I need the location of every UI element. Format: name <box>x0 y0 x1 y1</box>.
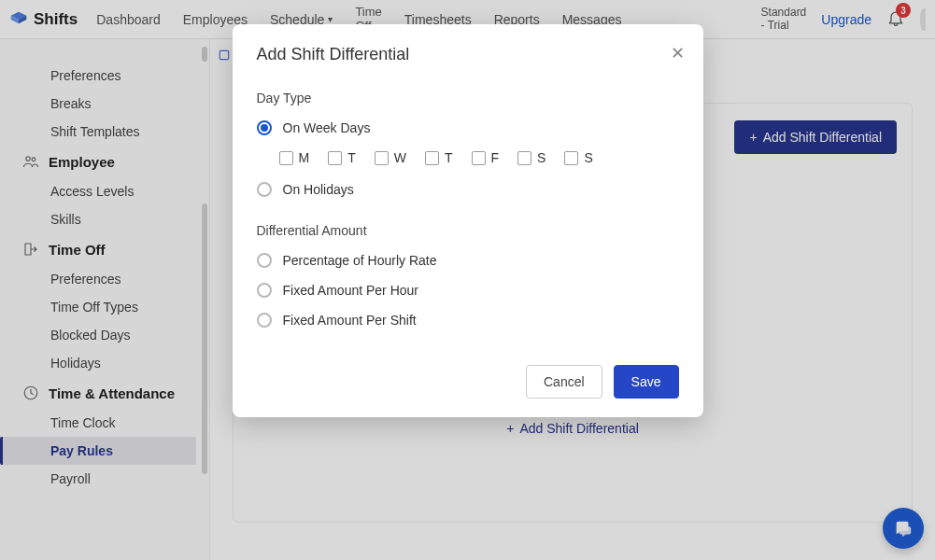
radio-icon <box>257 313 272 328</box>
day-check-fri[interactable]: F <box>472 150 500 165</box>
radio-weekdays[interactable]: On Week Days <box>257 120 679 135</box>
add-shift-differential-modal: Add Shift Differential ✕ Day Type On Wee… <box>233 24 703 417</box>
save-button[interactable]: Save <box>614 365 679 399</box>
radio-icon <box>257 253 272 268</box>
checkbox-icon <box>375 151 389 165</box>
day-check-wed[interactable]: W <box>375 150 406 165</box>
radio-icon <box>257 182 272 197</box>
weekdays-row: M T W T F S S <box>279 150 679 165</box>
modal-overlay[interactable]: Add Shift Differential ✕ Day Type On Wee… <box>0 0 935 560</box>
checkbox-icon <box>328 151 342 165</box>
day-check-mon[interactable]: M <box>279 150 310 165</box>
radio-holidays[interactable]: On Holidays <box>257 182 679 197</box>
checkbox-icon <box>279 151 293 165</box>
cancel-button[interactable]: Cancel <box>526 365 602 399</box>
day-check-sat[interactable]: S <box>517 150 545 165</box>
modal-title: Add Shift Differential <box>257 45 679 64</box>
modal-actions: Cancel Save <box>257 365 679 399</box>
radio-icon <box>257 120 272 135</box>
day-type-label: Day Type <box>257 91 679 105</box>
radio-percentage[interactable]: Percentage of Hourly Rate <box>257 253 679 268</box>
diff-amount-label: Differential Amount <box>257 223 679 238</box>
checkbox-icon <box>564 151 578 165</box>
day-check-sun[interactable]: S <box>564 150 592 165</box>
close-icon[interactable]: ✕ <box>671 43 685 63</box>
day-check-tue[interactable]: T <box>328 150 356 165</box>
checkbox-icon <box>425 151 439 165</box>
checkbox-icon <box>472 151 486 165</box>
radio-fixed-shift[interactable]: Fixed Amount Per Shift <box>257 313 679 328</box>
day-check-thu[interactable]: T <box>425 150 453 165</box>
checkbox-icon <box>517 151 531 165</box>
radio-icon <box>257 283 272 298</box>
radio-fixed-hour[interactable]: Fixed Amount Per Hour <box>257 283 679 298</box>
